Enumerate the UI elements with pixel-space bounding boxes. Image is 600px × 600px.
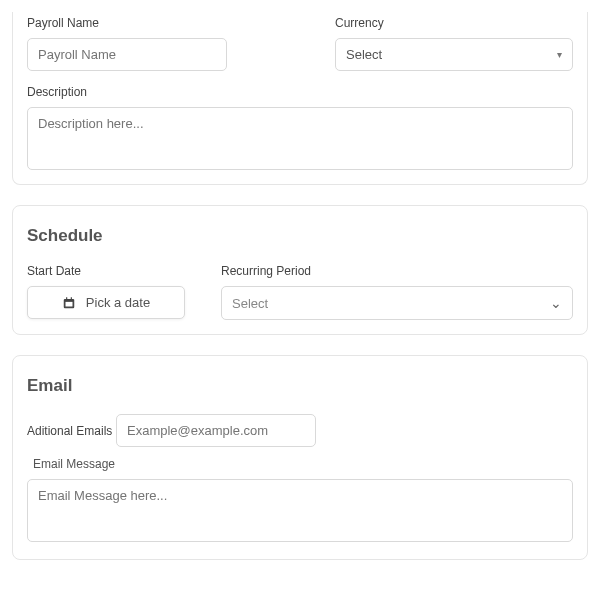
recurring-label: Recurring Period — [221, 264, 573, 278]
description-label: Description — [27, 85, 573, 99]
calendar-icon — [62, 296, 76, 310]
pick-date-text: Pick a date — [86, 295, 150, 310]
additional-emails-label: Aditional Emails — [27, 424, 112, 438]
currency-label: Currency — [335, 16, 573, 30]
payroll-name-input[interactable] — [27, 38, 227, 71]
schedule-title: Schedule — [27, 226, 573, 246]
email-card: Email Aditional Emails Email Message — [12, 355, 588, 560]
start-date-label: Start Date — [27, 264, 197, 278]
description-textarea[interactable] — [27, 107, 573, 170]
currency-selected-text: Select — [346, 47, 382, 62]
details-card: Payroll Name Currency Select ▾ Descripti… — [12, 12, 588, 185]
recurring-select[interactable]: Select ⌄ — [221, 286, 573, 320]
schedule-card: Schedule Start Date Pick a date Recurrin… — [12, 205, 588, 335]
email-message-textarea[interactable] — [27, 479, 573, 542]
email-title: Email — [27, 376, 573, 396]
email-message-label: Email Message — [33, 457, 573, 471]
recurring-selected-text: Select — [232, 296, 268, 311]
chevron-down-icon: ▾ — [557, 49, 562, 60]
currency-select[interactable]: Select ▾ — [335, 38, 573, 71]
payroll-name-label: Payroll Name — [27, 16, 265, 30]
svg-rect-1 — [65, 301, 73, 307]
start-date-picker[interactable]: Pick a date — [27, 286, 185, 319]
chevron-down-icon: ⌄ — [550, 295, 562, 311]
additional-emails-input[interactable] — [116, 414, 316, 447]
